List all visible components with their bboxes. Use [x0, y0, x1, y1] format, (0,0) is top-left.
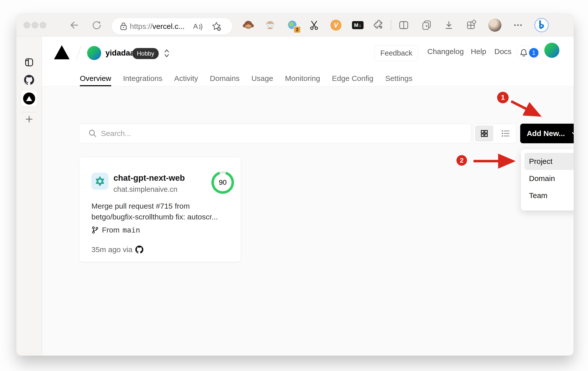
dropdown-item-domain[interactable]: Domain	[524, 170, 574, 187]
vercel-dashboard: yidadaa Hobby Feedback Changelog Help Do…	[42, 36, 574, 356]
git-branch-icon	[91, 226, 99, 234]
back-icon[interactable]	[69, 19, 80, 31]
user-avatar[interactable]	[544, 43, 559, 58]
more-menu-icon[interactable]	[513, 24, 523, 27]
docs-link[interactable]: Docs	[494, 47, 511, 56]
tab-settings[interactable]: Settings	[385, 71, 412, 86]
tab-overview[interactable]: Overview	[80, 71, 111, 86]
new-tab-plus-icon[interactable]	[24, 114, 34, 124]
refresh-icon[interactable]	[91, 19, 102, 31]
grid-view-button[interactable]	[475, 125, 493, 142]
lock-icon	[120, 22, 127, 31]
commit-message: Merge pull request #715 from betgo/bugfi…	[91, 201, 232, 222]
apps-grid-icon[interactable]	[465, 19, 477, 31]
tampermonkey-extension-icon[interactable]	[243, 19, 254, 31]
openai-logo	[91, 173, 108, 190]
extension-badge: 2	[293, 26, 301, 33]
sidebar-divider	[21, 112, 37, 112]
sidebar-panel-icon[interactable]	[24, 57, 35, 68]
browser-toolbar: https://vercel.c... A 2 V	[16, 14, 574, 36]
add-new-dropdown: Project Domain Team	[521, 149, 574, 211]
team-switcher-icon[interactable]	[163, 48, 170, 59]
breadcrumb-slash	[76, 45, 82, 59]
bell-icon	[519, 48, 528, 57]
browser-window: https://vercel.c... A 2 V	[16, 14, 574, 356]
tab-activity[interactable]: Activity	[174, 71, 198, 86]
window-close-button[interactable]	[24, 22, 30, 28]
avatar-extension-icon[interactable]	[264, 19, 276, 31]
deploy-time: 35m ago via	[91, 245, 132, 254]
project-search	[79, 124, 471, 143]
help-link[interactable]: Help	[471, 47, 486, 56]
github-tab-icon[interactable]	[24, 75, 34, 85]
address-bar[interactable]: https://vercel.c... A	[112, 18, 232, 35]
score-ring: 90	[211, 171, 234, 194]
vertical-tabs-sidebar	[16, 36, 42, 356]
annotation-step-1: 1	[497, 92, 509, 103]
vimium-extension-icon[interactable]: V	[330, 20, 341, 31]
chevron-down-icon	[570, 130, 574, 137]
tab-integrations[interactable]: Integrations	[123, 71, 162, 86]
profile-avatar[interactable]	[488, 19, 501, 32]
branch-prefix: From	[102, 226, 120, 234]
scissors-extension-icon[interactable]	[309, 20, 320, 31]
tab-domains[interactable]: Domains	[210, 71, 240, 86]
search-icon	[88, 129, 97, 138]
favorites-add-icon[interactable]	[211, 21, 222, 32]
list-view-button[interactable]	[496, 125, 515, 142]
notifications-button[interactable]: 1	[517, 46, 540, 60]
team-avatar[interactable]	[87, 46, 101, 60]
notification-badge: 1	[529, 48, 539, 58]
plan-badge: Hobby	[132, 48, 159, 59]
extensions-puzzle-icon[interactable]	[373, 19, 385, 31]
dropdown-item-team[interactable]: Team	[524, 187, 574, 204]
project-domain[interactable]: chat.simplenaive.cn	[113, 185, 185, 194]
bing-chat-icon[interactable]	[534, 18, 549, 32]
tab-monitoring[interactable]: Monitoring	[285, 71, 320, 86]
vercel-tab-active[interactable]	[21, 90, 37, 107]
github-icon	[135, 246, 143, 254]
annotation-step-2: 2	[456, 155, 467, 166]
feedback-button[interactable]: Feedback	[375, 45, 418, 61]
url-text: https://vercel.c...	[130, 22, 185, 31]
team-name[interactable]: yidadaa	[105, 49, 134, 58]
project-card[interactable]: chat-gpt-next-web chat.simplenaive.cn 90…	[79, 157, 241, 262]
branch-name: main	[123, 226, 140, 234]
view-toggle	[473, 124, 516, 143]
collections-icon[interactable]	[421, 19, 432, 31]
project-name: chat-gpt-next-web	[113, 173, 185, 183]
add-new-button[interactable]: Add New...	[520, 124, 574, 143]
dropdown-item-project[interactable]: Project	[524, 153, 574, 170]
proxy-extension-icon[interactable]: 2	[286, 19, 298, 31]
tab-edge-config[interactable]: Edge Config	[332, 71, 373, 86]
dashboard-tabs: Overview Integrations Activity Domains U…	[80, 71, 413, 86]
window-minimize-button[interactable]	[32, 22, 38, 28]
dashboard-header: yidadaa Hobby Feedback Changelog Help Do…	[42, 36, 574, 86]
vercel-favicon	[23, 92, 35, 105]
toolbar-separator	[391, 20, 391, 30]
read-aloud-icon[interactable]: A	[193, 22, 198, 30]
split-screen-icon[interactable]	[398, 20, 409, 30]
vercel-logo[interactable]	[54, 45, 70, 59]
tab-usage[interactable]: Usage	[251, 71, 273, 86]
add-new-label: Add New...	[527, 129, 565, 138]
search-input[interactable]	[101, 129, 471, 138]
window-zoom-button[interactable]	[40, 22, 46, 28]
downloads-icon[interactable]	[443, 20, 454, 31]
score-value: 90	[219, 178, 226, 187]
markdown-extension-icon[interactable]: M↓	[352, 21, 364, 29]
changelog-link[interactable]: Changelog	[427, 47, 464, 56]
